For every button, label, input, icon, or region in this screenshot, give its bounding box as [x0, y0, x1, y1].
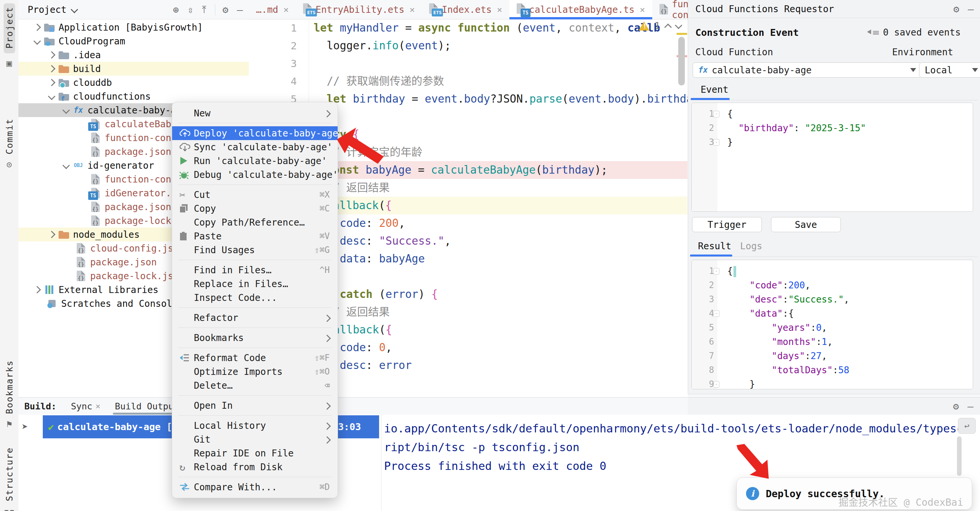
tree-item--idea[interactable]: .idea — [18, 48, 249, 62]
fold-marker-icon[interactable]: - — [713, 111, 719, 117]
tab-sync[interactable]: Sync✕ — [71, 398, 100, 415]
tree-item-cloudprogram[interactable]: CloudProgram — [18, 34, 249, 48]
menu-item-compare-with[interactable]: Compare With...⌘D — [172, 480, 338, 494]
deploy-notification[interactable]: i Deploy successfully. 掘金技术社区 @ CodexBai — [737, 478, 972, 510]
chevron-right-icon[interactable] — [48, 65, 56, 73]
chevron-right-icon[interactable] — [48, 231, 56, 238]
pin-icon[interactable]: ➤ — [22, 421, 28, 433]
menu-item-inspect-code[interactable]: Inspect Code... — [172, 291, 338, 305]
menu-item-new[interactable]: New — [172, 106, 338, 120]
menu-item-delete[interactable]: Delete…⌫ — [172, 378, 338, 392]
editor-tab-calculatebabyage-ts[interactable]: TScalculateBabyAge.ts✕ — [509, 0, 652, 19]
menu-item-optimize-imports[interactable]: Optimize Imports⇧⌘O — [172, 365, 338, 378]
menu-separator — [178, 260, 332, 260]
tree-item-clouddb[interactable]: clouddb — [18, 76, 249, 89]
menu-item-local-history[interactable]: Local History — [172, 419, 338, 432]
event-json-editor[interactable]: 1-23- { "birthday": "2025-3-15"} — [691, 103, 973, 212]
bottom-right-header: ⚙ — — [688, 398, 980, 415]
menu-item-sync-calculate-baby-age[interactable]: Sync 'calculate-baby-age' — [172, 140, 338, 154]
json-icon: {} — [89, 215, 102, 226]
expand-all-icon[interactable]: ⇳ — [188, 4, 194, 16]
menu-item-label: Local History — [194, 420, 266, 431]
project-dropdown-chevron-icon[interactable] — [71, 6, 78, 13]
menu-item-repair-ide-on-file[interactable]: Repair IDE on File — [172, 446, 338, 460]
tool-button-project[interactable]: Project ▣ — [0, 3, 18, 69]
line-number: 7 — [692, 349, 714, 363]
editor-scrollbar[interactable] — [678, 37, 685, 86]
build-console[interactable]: io.app/Contents/sdk/default/openharmony/… — [381, 415, 688, 511]
requestor-gear-icon[interactable]: ⚙ — [953, 3, 959, 15]
close-icon[interactable]: ✕ — [283, 5, 289, 14]
menu-item-debug-calculate-baby-age[interactable]: Debug 'calculate-baby-age' — [172, 168, 338, 181]
close-icon[interactable]: ✕ — [96, 402, 100, 411]
close-icon[interactable]: ✕ — [410, 5, 415, 14]
tool-button-structure[interactable]: Structure ▪▪ — [0, 447, 18, 511]
tab-logs[interactable]: Logs — [740, 241, 762, 252]
close-icon[interactable]: ✕ — [497, 5, 502, 14]
chevron-right-icon[interactable] — [48, 51, 56, 59]
inspection-widget[interactable]: 1 — [639, 21, 681, 31]
editor-tab-index-ets[interactable]: ETSIndex.ets✕ — [422, 0, 509, 19]
menu-item-replace-in-files[interactable]: Replace in Files… — [172, 277, 338, 291]
result-json-editor[interactable]: 1-234-56789- { "code":200, "desc":"Succe… — [691, 260, 973, 389]
tree-item-build[interactable]: build — [18, 62, 249, 76]
tab-result[interactable]: Result — [698, 241, 731, 252]
saved-events[interactable]: ⯇☰ 0 saved events — [866, 27, 961, 38]
chevron-down-icon[interactable] — [33, 38, 41, 45]
menu-item-run-calculate-baby-age[interactable]: Run 'calculate-baby-age' — [172, 154, 338, 168]
menu-item-reload-from-disk[interactable]: ↻Reload from Disk — [172, 460, 338, 474]
requestor-hide-icon[interactable]: — — [968, 3, 974, 15]
menu-item-paste[interactable]: Paste⌘V — [172, 229, 338, 243]
chevron-right-icon[interactable] — [33, 286, 41, 294]
chevron-down-icon[interactable] — [62, 106, 70, 114]
collapse-all-icon[interactable]: ⤒ — [202, 4, 206, 16]
tool-button-bookmarks[interactable]: Bookmarks ⚑ — [0, 360, 18, 430]
console-hide-icon[interactable]: — — [967, 400, 974, 412]
menu-item-refactor[interactable]: Refactor — [172, 311, 338, 325]
menu-item-bookmarks[interactable]: Bookmarks — [172, 331, 338, 344]
locate-icon[interactable]: ⊕ — [173, 4, 179, 16]
soft-wrap-icon[interactable]: ↩ — [958, 418, 976, 434]
tab-event[interactable]: Event — [701, 84, 728, 95]
editor-tab-entryability-ets[interactable]: ETSEntryAbility.ets✕ — [296, 0, 422, 19]
code-line-16: } catch (error) { — [309, 286, 687, 303]
close-icon[interactable]: ✕ — [640, 5, 645, 14]
editor-tab--md[interactable]: ….md✕ — [249, 0, 296, 19]
settings-gear-icon[interactable]: ⚙ — [215, 4, 228, 16]
fold-marker-icon[interactable]: - — [713, 310, 719, 317]
environment-select[interactable]: Local — [919, 62, 980, 78]
menu-item-reformat-code[interactable]: Reformat Code⇧⌘F — [172, 351, 338, 365]
tree-item-application-babyisgrowth-[interactable]: Application [BabyisGrowth] — [18, 21, 249, 34]
menu-item-cut[interactable]: ✂Cut⌘X — [172, 188, 338, 202]
obj-icon: OBJ — [72, 160, 85, 171]
chevron-right-icon[interactable] — [48, 79, 56, 86]
reformat-icon — [179, 354, 194, 362]
menu-item-open-in[interactable]: Open In — [172, 398, 338, 413]
prev-warning-chevron-icon[interactable] — [664, 23, 672, 31]
menu-item-copy-path-reference[interactable]: Copy Path/Reference… — [172, 215, 338, 229]
menu-item-git[interactable]: Git — [172, 432, 338, 446]
trigger-button[interactable]: Trigger — [692, 217, 762, 232]
tool-button-commit[interactable]: Commit ⊙ — [0, 118, 18, 170]
hide-panel-icon[interactable]: — — [237, 4, 243, 16]
chevron-down-icon[interactable] — [62, 162, 70, 169]
build-label: Build: — [24, 401, 57, 411]
console-gear-icon[interactable]: ⚙ — [953, 400, 959, 412]
project-panel-title[interactable]: Project — [28, 4, 67, 15]
menu-item-find-in-files[interactable]: Find in Files…^H — [172, 263, 338, 277]
cloud-function-select[interactable]: fx calculate-baby-age — [693, 62, 922, 78]
save-button[interactable]: Save — [771, 217, 841, 232]
fold-marker-icon[interactable]: - — [713, 268, 719, 275]
fold-marker-icon[interactable]: - — [713, 381, 719, 388]
fold-marker-icon[interactable]: - — [713, 139, 719, 146]
next-warning-chevron-icon[interactable] — [675, 21, 682, 29]
console-scrollbar[interactable] — [957, 436, 962, 476]
chevron-right-icon[interactable] — [33, 24, 41, 31]
editor-code-area[interactable]: let myHandler = async function (event, c… — [309, 19, 687, 374]
tree-item-cloudfunctions[interactable]: fcloudfunctions — [18, 89, 249, 103]
menu-item-find-usages[interactable]: Find Usages⇧⌘G — [172, 243, 338, 257]
chevron-down-icon[interactable] — [48, 93, 56, 100]
menu-separator — [178, 477, 332, 477]
menu-item-deploy-calculate-baby-age[interactable]: Deploy 'calculate-baby-age' — [172, 126, 338, 140]
menu-item-copy[interactable]: Copy⌘C — [172, 202, 338, 215]
